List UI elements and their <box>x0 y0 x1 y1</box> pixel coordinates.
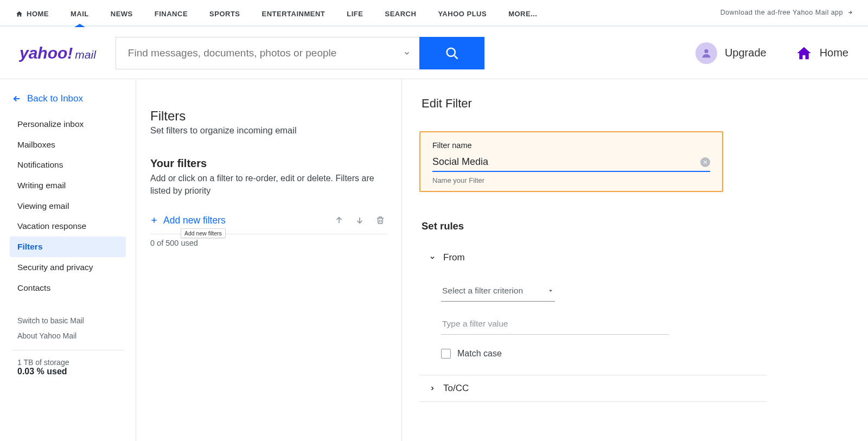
add-new-filters-link[interactable]: Add new filters <box>150 215 226 226</box>
back-to-inbox-link[interactable]: Back to Inbox <box>0 93 136 114</box>
sidebar-menu: Personalize inbox Mailboxes Notification… <box>0 114 136 298</box>
header-bar: yahoo! mail Upgrade Home <box>0 27 868 79</box>
search-input[interactable] <box>128 47 399 59</box>
topnav-label: HOME <box>27 10 49 18</box>
upgrade-link[interactable]: Upgrade <box>695 42 767 64</box>
topnav-search[interactable]: SEARCH <box>385 1 416 25</box>
sidebar-item-viewing[interactable]: Viewing email <box>0 196 136 216</box>
page-subtitle: Set filters to organize incoming email <box>150 125 387 136</box>
sidebar-separator <box>12 350 124 350</box>
topnav-label: SPORTS <box>209 10 240 18</box>
filter-name-label: Filter name <box>432 141 710 150</box>
match-case-checkbox[interactable] <box>441 349 451 359</box>
filters-column: Filters Set filters to organize incoming… <box>136 79 402 441</box>
topnav-home[interactable]: HOME <box>15 1 49 25</box>
search-box[interactable] <box>116 37 419 69</box>
sidebar-item-writing[interactable]: Writing email <box>0 175 136 196</box>
rule-section-from: From Select a filter criterion Match cas… <box>419 244 767 375</box>
home-label: Home <box>820 47 848 59</box>
edit-filter-card: Edit Filter Filter name Name your Filter… <box>419 97 767 402</box>
topnav-label: MORE... <box>508 10 537 18</box>
trash-icon <box>375 215 385 225</box>
move-down-button[interactable] <box>353 213 367 227</box>
topnav-label: LIFE <box>347 10 363 18</box>
delete-button[interactable] <box>373 213 387 227</box>
topnav-label: NEWS <box>111 10 133 18</box>
criterion-select[interactable]: Select a filter criterion <box>441 283 555 302</box>
yahoo-mail-logo[interactable]: yahoo! mail <box>20 44 96 62</box>
topnav-label: ENTERTAINMENT <box>262 10 326 18</box>
back-label: Back to Inbox <box>27 93 83 104</box>
topnav-entertainment[interactable]: ENTERTAINMENT <box>262 1 326 25</box>
storage-line2: 0.03 % used <box>17 367 67 376</box>
arrow-right-icon <box>847 10 853 15</box>
filter-name-input-wrap <box>432 154 710 172</box>
arrow-left-icon <box>12 94 22 104</box>
plus-icon <box>150 216 158 224</box>
move-up-button[interactable] <box>332 213 346 227</box>
chevron-down-icon <box>429 254 436 261</box>
add-label: Add new filters <box>163 215 226 226</box>
rule-from-body: Select a filter criterion Match case <box>419 271 767 375</box>
download-app-link[interactable]: Download the ad-free Yahoo Mail app <box>720 9 853 16</box>
sidebar-footer-links: Switch to basic Mail About Yahoo Mail <box>0 316 136 340</box>
sidebar-item-notifications[interactable]: Notifications <box>0 155 136 175</box>
caret-down-icon <box>547 287 554 294</box>
about-link[interactable]: About Yahoo Mail <box>17 331 136 340</box>
topnav-yahoo-plus[interactable]: YAHOO PLUS <box>438 1 487 25</box>
edit-filter-panel: Edit Filter Filter name Name your Filter… <box>402 79 868 441</box>
add-filters-tooltip: Add new filters <box>181 228 226 238</box>
sidebar-item-vacation[interactable]: Vacation response <box>0 216 136 237</box>
match-case-row: Match case <box>441 349 767 359</box>
arrow-up-icon <box>334 215 344 225</box>
search-icon <box>444 46 459 61</box>
chevron-down-icon[interactable] <box>403 49 411 57</box>
filter-name-input[interactable] <box>432 156 700 168</box>
topnav-mail[interactable]: MAIL <box>71 1 89 25</box>
home-icon <box>795 45 813 61</box>
storage-line1: 1 TB of storage <box>17 358 136 367</box>
rule-from-toggle[interactable]: From <box>419 245 767 271</box>
app-body: Back to Inbox Personalize inbox Mailboxe… <box>0 79 868 441</box>
sidebar-item-filters[interactable]: Filters <box>10 237 126 257</box>
section-desc: Add or click on a filter to re-order, ed… <box>150 172 387 197</box>
sidebar-item-security[interactable]: Security and privacy <box>0 257 136 278</box>
home-link[interactable]: Home <box>795 45 848 61</box>
topnav-label: FINANCE <box>155 10 188 18</box>
avatar <box>695 42 717 64</box>
filter-value-input[interactable] <box>441 316 669 335</box>
rule-tocc-toggle[interactable]: To/CC <box>419 375 767 401</box>
filters-counter: 0 of 500 used <box>150 239 387 247</box>
topnav-finance[interactable]: FINANCE <box>155 1 188 25</box>
rule-section-tocc: To/CC <box>419 375 767 402</box>
home-icon <box>15 10 23 17</box>
topnav-life[interactable]: LIFE <box>347 1 363 25</box>
chevron-right-icon <box>429 385 436 392</box>
section-title: Your filters <box>150 157 387 170</box>
search-button[interactable] <box>419 37 484 69</box>
download-label: Download the ad-free Yahoo Mail app <box>720 9 843 16</box>
arrow-down-icon <box>355 215 365 225</box>
upgrade-label: Upgrade <box>725 47 767 59</box>
topnav-news[interactable]: NEWS <box>111 1 133 25</box>
logo-product: mail <box>75 48 96 61</box>
rule-from-label: From <box>443 252 465 263</box>
topnav-label: SEARCH <box>385 10 416 18</box>
topnav-sports[interactable]: SPORTS <box>209 1 240 25</box>
clear-name-button[interactable] <box>700 157 710 167</box>
criterion-placeholder: Select a filter criterion <box>442 286 523 296</box>
set-rules-heading: Set rules <box>422 220 767 232</box>
topnav-label: YAHOO PLUS <box>438 10 487 18</box>
sidebar-item-contacts[interactable]: Contacts <box>0 278 136 298</box>
sidebar-item-mailboxes[interactable]: Mailboxes <box>0 135 136 155</box>
add-filters-row: Add new filters Add new filters <box>150 213 387 234</box>
topnav-label: MAIL <box>71 10 89 18</box>
topnav-more[interactable]: MORE... <box>508 1 537 25</box>
sidebar-item-personalize[interactable]: Personalize inbox <box>0 114 136 135</box>
rule-tocc-label: To/CC <box>443 383 469 394</box>
header-right: Upgrade Home <box>695 42 848 64</box>
switch-basic-link[interactable]: Switch to basic Mail <box>17 316 136 325</box>
svg-point-1 <box>704 49 708 53</box>
search-wrap <box>116 37 484 69</box>
close-icon <box>703 159 708 165</box>
